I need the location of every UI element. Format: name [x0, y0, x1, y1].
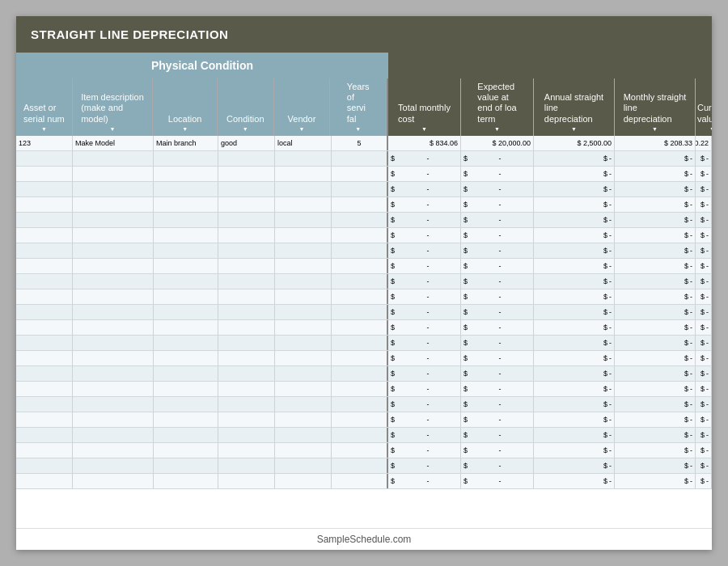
table-cell[interactable]: $-: [534, 228, 615, 243]
table-cell[interactable]: [218, 428, 275, 442]
table-cell[interactable]: $-: [388, 167, 461, 181]
table-cell[interactable]: [275, 336, 332, 350]
col-header-asset[interactable]: Asset orserial num ▼: [16, 78, 73, 136]
table-cell[interactable]: $-: [534, 151, 615, 166]
cell-condition-1[interactable]: good: [218, 136, 275, 150]
condition-dropdown-icon[interactable]: ▼: [243, 126, 248, 133]
table-cell[interactable]: $-: [461, 412, 534, 427]
table-cell[interactable]: [332, 305, 388, 319]
table-cell[interactable]: [275, 320, 332, 335]
cell-location-1[interactable]: Main branch: [154, 136, 218, 150]
table-cell[interactable]: $-: [461, 259, 534, 273]
table-cell[interactable]: $-: [615, 228, 696, 243]
col-header-mstraight[interactable]: Monthly straightlinedepreciation ▼: [615, 78, 696, 136]
table-cell[interactable]: [73, 366, 154, 381]
table-cell[interactable]: $-: [534, 366, 615, 381]
table-cell[interactable]: [73, 458, 154, 473]
table-cell[interactable]: $-: [388, 274, 461, 289]
table-cell[interactable]: [16, 167, 73, 181]
table-cell[interactable]: [275, 274, 332, 289]
table-cell[interactable]: [154, 305, 218, 319]
current-dropdown-icon[interactable]: ▼: [709, 126, 712, 133]
table-cell[interactable]: $-: [615, 474, 696, 488]
table-cell[interactable]: [73, 336, 154, 350]
table-cell[interactable]: [154, 167, 218, 181]
table-cell[interactable]: $-: [615, 243, 696, 258]
table-cell[interactable]: [73, 243, 154, 258]
years-dropdown-icon[interactable]: ▼: [355, 126, 361, 133]
table-cell[interactable]: $-: [534, 259, 615, 273]
table-cell[interactable]: $-: [534, 305, 615, 319]
table-cell[interactable]: [154, 412, 218, 427]
cell-vendor-1[interactable]: local: [275, 136, 332, 150]
table-cell[interactable]: [332, 197, 388, 212]
cell-item-1[interactable]: Make Model: [73, 136, 154, 150]
table-cell[interactable]: [16, 397, 73, 412]
table-cell[interactable]: [275, 428, 332, 442]
table-cell[interactable]: [16, 474, 73, 488]
table-cell[interactable]: [218, 305, 275, 319]
table-cell[interactable]: [73, 443, 154, 458]
table-cell[interactable]: [332, 243, 388, 258]
table-cell[interactable]: [73, 213, 154, 227]
annual-dropdown-icon[interactable]: ▼: [571, 126, 577, 133]
table-cell[interactable]: $-: [461, 366, 534, 381]
table-cell[interactable]: $-: [696, 443, 712, 458]
table-cell[interactable]: $-: [461, 474, 534, 488]
table-cell[interactable]: $-: [461, 213, 534, 227]
table-cell[interactable]: [73, 289, 154, 304]
table-cell[interactable]: [275, 351, 332, 365]
table-cell[interactable]: [73, 351, 154, 365]
table-cell[interactable]: $-: [534, 397, 615, 412]
table-cell[interactable]: $-: [696, 336, 712, 350]
table-cell[interactable]: [73, 259, 154, 273]
table-cell[interactable]: $-: [461, 151, 534, 166]
cell-asset-1[interactable]: 123: [16, 136, 73, 150]
table-cell[interactable]: [154, 243, 218, 258]
table-cell[interactable]: [154, 366, 218, 381]
table-cell[interactable]: $-: [615, 289, 696, 304]
vendor-dropdown-icon[interactable]: ▼: [299, 126, 305, 133]
table-cell[interactable]: [154, 443, 218, 458]
table-cell[interactable]: [275, 228, 332, 243]
table-cell[interactable]: [154, 228, 218, 243]
table-cell[interactable]: [73, 228, 154, 243]
table-cell[interactable]: [332, 474, 388, 488]
table-cell[interactable]: $-: [696, 167, 712, 181]
table-cell[interactable]: $-: [534, 443, 615, 458]
table-cell[interactable]: [218, 474, 275, 488]
table-cell[interactable]: [218, 289, 275, 304]
col-header-expected[interactable]: Expectedvalue atend of loaterm ▼: [461, 78, 534, 136]
table-cell[interactable]: [332, 443, 388, 458]
table-cell[interactable]: [275, 443, 332, 458]
col-header-location[interactable]: Location ▼: [153, 78, 218, 136]
table-cell[interactable]: [332, 182, 388, 196]
table-cell[interactable]: [16, 412, 73, 427]
table-cell[interactable]: $-: [388, 351, 461, 365]
col-header-current[interactable]: Current value ▼: [696, 78, 712, 136]
table-cell[interactable]: $-: [696, 151, 712, 166]
table-cell[interactable]: [154, 213, 218, 227]
location-dropdown-icon[interactable]: ▼: [182, 126, 188, 133]
table-cell[interactable]: [275, 151, 332, 166]
table-cell[interactable]: $-: [696, 243, 712, 258]
table-cell[interactable]: $-: [696, 274, 712, 289]
table-cell[interactable]: $-: [388, 259, 461, 273]
table-cell[interactable]: $-: [534, 382, 615, 396]
table-cell[interactable]: $-: [534, 274, 615, 289]
table-cell[interactable]: [332, 228, 388, 243]
table-cell[interactable]: [275, 213, 332, 227]
table-cell[interactable]: [73, 151, 154, 166]
table-cell[interactable]: [218, 243, 275, 258]
table-cell[interactable]: $-: [461, 274, 534, 289]
table-cell[interactable]: [332, 167, 388, 181]
table-cell[interactable]: $-: [461, 228, 534, 243]
table-cell[interactable]: [154, 397, 218, 412]
table-cell[interactable]: $-: [534, 351, 615, 365]
table-cell[interactable]: [218, 259, 275, 273]
table-cell[interactable]: [73, 320, 154, 335]
table-cell[interactable]: $-: [461, 305, 534, 319]
table-cell[interactable]: $-: [461, 336, 534, 350]
table-cell[interactable]: $-: [388, 474, 461, 488]
table-cell[interactable]: $-: [615, 259, 696, 273]
